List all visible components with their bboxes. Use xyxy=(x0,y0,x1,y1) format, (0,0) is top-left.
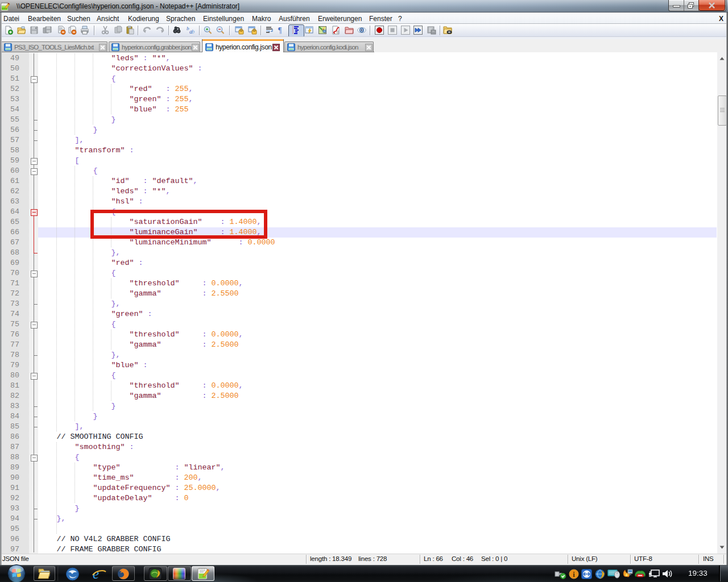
svg-text:[]: [] xyxy=(337,30,339,34)
svg-text:b: b xyxy=(192,28,195,35)
svg-text:¶: ¶ xyxy=(278,26,282,35)
